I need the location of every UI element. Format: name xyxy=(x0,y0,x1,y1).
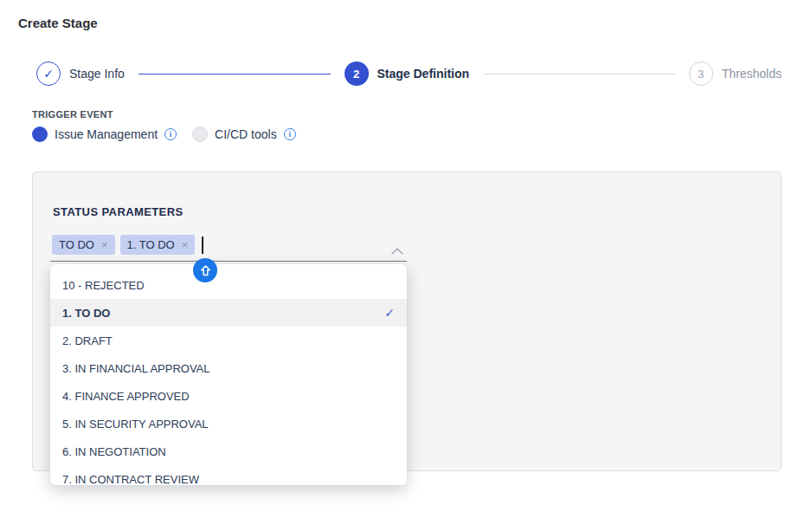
radio-dot-icon[interactable] xyxy=(192,126,208,142)
tag-remove-icon[interactable]: × xyxy=(182,239,189,250)
trigger-event-radio-group: Issue Management i CI/CD tools i xyxy=(32,126,296,142)
tag-remove-icon[interactable]: × xyxy=(101,239,108,250)
dropdown-option-label: 10 - REJECTED xyxy=(62,279,145,292)
dropdown-option-label: 5. IN SECURITY APPROVAL xyxy=(62,418,209,431)
step-stage-definition[interactable]: 2 Stage Definition xyxy=(345,62,470,86)
step-number: 3 xyxy=(689,62,713,86)
stepper-connector-todo xyxy=(483,74,675,75)
dropdown-option[interactable]: 2. DRAFT ✓ xyxy=(50,327,407,354)
step-label: Stage Info xyxy=(69,67,125,81)
dropdown-option[interactable]: 5. IN SECURITY APPROVAL ✓ xyxy=(50,410,407,437)
info-icon[interactable]: i xyxy=(164,128,177,140)
tag-label: TO DO xyxy=(59,238,94,251)
page-title: Create Stage xyxy=(18,16,98,30)
status-dropdown-list: 10 - REJECTED ✓ 1. TO DO ✓ 2. DRAFT ✓ 3.… xyxy=(50,264,407,485)
radio-label: Issue Management xyxy=(55,127,158,141)
text-caret xyxy=(202,237,203,254)
dropdown-option-label: 3. IN FINANCIAL APPROVAL xyxy=(62,362,210,375)
dropdown-option[interactable]: 4. FINANCE APPROVED ✓ xyxy=(50,382,407,410)
cursor-arrow-icon xyxy=(199,264,212,277)
radio-dot-icon[interactable] xyxy=(32,126,48,142)
step-label: Thresholds xyxy=(722,67,782,81)
step-label: Stage Definition xyxy=(377,67,470,81)
info-icon[interactable]: i xyxy=(284,128,296,140)
click-indicator-badge xyxy=(193,258,217,282)
dropdown-option[interactable]: 1. TO DO ✓ xyxy=(50,299,407,327)
radio-issue-management[interactable]: Issue Management i xyxy=(32,126,177,142)
dropdown-option-label: 2. DRAFT xyxy=(62,334,113,347)
step-check-icon: ✓ xyxy=(36,62,61,86)
selected-check-icon: ✓ xyxy=(384,306,395,320)
status-multiselect-input[interactable]: TO DO × 1. TO DO × xyxy=(50,234,407,262)
dropdown-option-label: 6. IN NEGOTIATION xyxy=(62,445,166,458)
step-stage-info[interactable]: ✓ Stage Info xyxy=(36,62,125,86)
dropdown-option-label: 4. FINANCE APPROVED xyxy=(62,390,190,403)
radio-label: CI/CD tools xyxy=(215,127,277,141)
wizard-stepper: ✓ Stage Info 2 Stage Definition 3 Thresh… xyxy=(36,62,782,86)
stepper-connector-done xyxy=(139,74,331,75)
radio-cicd-tools[interactable]: CI/CD tools i xyxy=(192,126,296,142)
dropdown-option[interactable]: 3. IN FINANCIAL APPROVAL ✓ xyxy=(50,354,407,382)
step-number: 2 xyxy=(345,62,369,86)
trigger-event-label: TRIGGER EVENT xyxy=(32,109,113,120)
selected-tag[interactable]: TO DO × xyxy=(52,235,115,255)
step-thresholds[interactable]: 3 Thresholds xyxy=(689,62,782,86)
dropdown-option[interactable]: 7. IN CONTRACT REVIEW ✓ xyxy=(50,465,407,485)
status-parameters-heading: STATUS PARAMETERS xyxy=(53,205,184,218)
tag-label: 1. TO DO xyxy=(127,238,175,251)
selected-tag[interactable]: 1. TO DO × xyxy=(120,235,196,255)
dropdown-option-label: 7. IN CONTRACT REVIEW xyxy=(62,473,199,486)
create-stage-screen: Create Stage ✓ Stage Info 2 Stage Defini… xyxy=(0,0,812,512)
dropdown-option[interactable]: 10 - REJECTED ✓ xyxy=(50,271,407,299)
dropdown-option[interactable]: 6. IN NEGOTIATION ✓ xyxy=(50,437,407,465)
chevron-up-icon[interactable] xyxy=(391,243,403,258)
dropdown-option-label: 1. TO DO xyxy=(62,307,110,320)
